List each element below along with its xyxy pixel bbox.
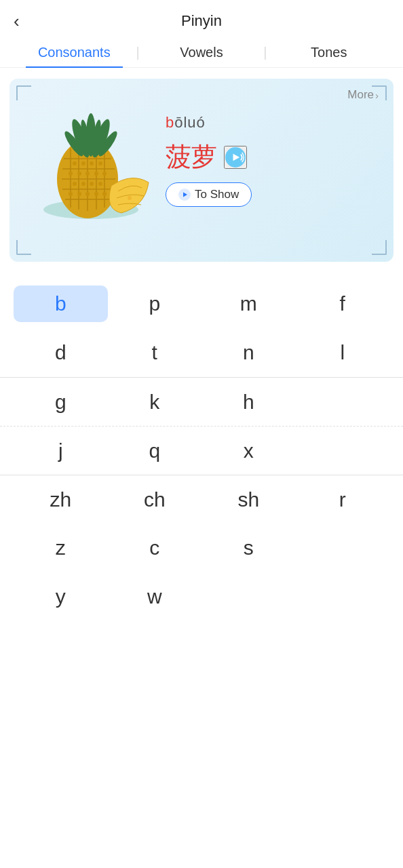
svg-point-27 <box>85 192 90 196</box>
play-icon <box>178 189 191 201</box>
vocabulary-card: More › <box>9 79 394 262</box>
consonant-c[interactable]: c <box>108 530 202 566</box>
corner-bl <box>16 240 31 255</box>
consonant-p[interactable]: p <box>108 285 202 322</box>
svg-point-19 <box>94 172 98 176</box>
consonant-m[interactable]: m <box>202 285 296 322</box>
page-title: Pinyin <box>181 12 222 30</box>
consonant-row-2: d t n l <box>0 328 403 377</box>
consonant-h[interactable]: h <box>202 384 296 420</box>
svg-point-25 <box>69 192 73 196</box>
to-show-label: To Show <box>195 188 239 201</box>
corner-br <box>372 240 387 255</box>
svg-point-28 <box>94 192 98 196</box>
svg-point-21 <box>73 182 77 186</box>
svg-point-37 <box>128 196 132 200</box>
to-show-button[interactable]: To Show <box>166 182 252 207</box>
card-content: bōluó 菠萝 <box>23 98 380 223</box>
consonant-r[interactable]: r <box>296 481 390 518</box>
pinyin-display: bōluó <box>166 114 206 132</box>
consonant-x[interactable]: x <box>202 433 296 469</box>
more-button[interactable]: More › <box>347 88 379 102</box>
chinese-characters: 菠萝 <box>166 140 217 174</box>
pinyin-highlight: b <box>166 114 174 131</box>
tab-vowels[interactable]: Vowels <box>141 38 263 67</box>
consonant-y[interactable]: y <box>14 578 108 615</box>
svg-point-16 <box>69 172 73 176</box>
svg-point-18 <box>85 172 90 176</box>
consonant-row-5: zh ch sh r <box>0 475 403 524</box>
consonant-f[interactable]: f <box>296 285 390 322</box>
word-section: bōluó 菠萝 <box>159 114 380 207</box>
svg-point-26 <box>77 192 81 196</box>
back-button[interactable]: ‹ <box>14 12 20 30</box>
pinyin-rest: ōluó <box>174 114 206 131</box>
tab-divider-1: | <box>135 45 141 60</box>
tab-consonants[interactable]: Consonants <box>14 38 135 67</box>
header: ‹ Pinyin <box>0 0 403 38</box>
svg-point-13 <box>81 161 85 165</box>
svg-point-24 <box>98 182 102 186</box>
svg-point-20 <box>102 172 107 176</box>
consonant-sh[interactable]: sh <box>202 481 296 518</box>
consonant-s[interactable]: s <box>202 530 296 566</box>
svg-point-14 <box>90 161 94 165</box>
consonant-grid: b p m f d t n l g k h j q x zh ch sh r z… <box>0 273 403 621</box>
svg-point-17 <box>77 172 81 176</box>
chinese-row: 菠萝 <box>166 140 247 174</box>
svg-point-22 <box>81 182 85 186</box>
consonant-d[interactable]: d <box>14 334 108 371</box>
consonant-row-1: b p m f <box>0 279 403 328</box>
consonant-n[interactable]: n <box>202 334 296 371</box>
consonant-q[interactable]: q <box>108 433 202 469</box>
consonant-row-4: j q x <box>0 426 403 475</box>
consonant-j[interactable]: j <box>14 433 108 469</box>
consonant-row-6: z c s <box>0 524 403 572</box>
pineapple-image <box>23 98 159 223</box>
consonant-l[interactable]: l <box>296 334 390 371</box>
consonant-z[interactable]: z <box>14 530 108 566</box>
audio-button[interactable] <box>224 146 247 169</box>
consonant-row-7: y w <box>0 572 403 621</box>
consonant-ch[interactable]: ch <box>108 481 202 518</box>
svg-point-15 <box>98 161 102 165</box>
consonant-row-3: g k h <box>0 377 403 426</box>
consonant-t[interactable]: t <box>108 334 202 371</box>
consonant-b[interactable]: b <box>14 285 108 322</box>
tab-divider-2: | <box>262 45 268 60</box>
consonant-g[interactable]: g <box>14 384 108 420</box>
chevron-right-icon: › <box>375 90 379 101</box>
svg-point-12 <box>73 161 77 165</box>
tab-bar: Consonants | Vowels | Tones <box>0 38 403 68</box>
tab-tones[interactable]: Tones <box>268 38 389 67</box>
consonant-k[interactable]: k <box>108 384 202 420</box>
svg-point-29 <box>102 192 107 196</box>
consonant-zh[interactable]: zh <box>14 481 108 518</box>
consonant-w[interactable]: w <box>108 578 202 615</box>
svg-point-23 <box>90 182 94 186</box>
